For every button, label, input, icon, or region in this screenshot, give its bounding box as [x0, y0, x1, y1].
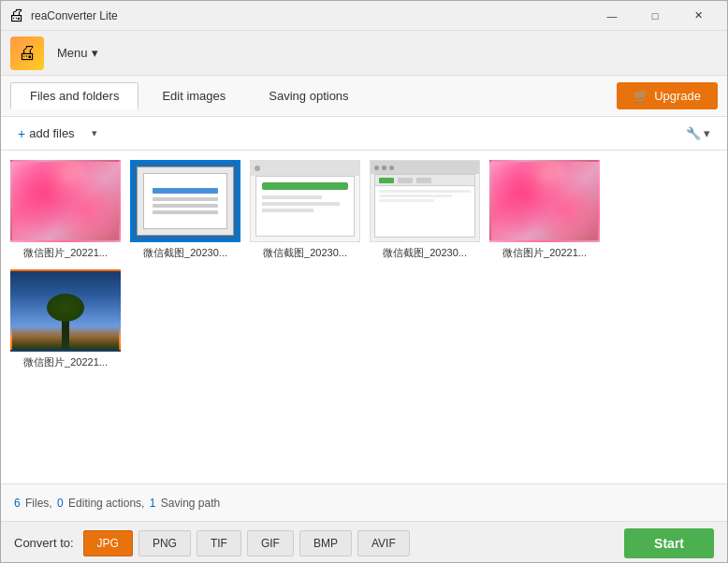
- upgrade-icon: 🛒: [633, 89, 648, 103]
- settings-dropdown-icon: ▾: [704, 126, 710, 140]
- tab-saving-options[interactable]: Saving options: [249, 82, 368, 109]
- thumbnail-2: [130, 160, 240, 242]
- saving-count: 1: [150, 497, 156, 510]
- saving-label: Saving path: [157, 497, 220, 510]
- list-item[interactable]: 微信图片_20221...: [10, 269, 121, 369]
- status-bar: 6 Files, 0 Editing actions, 1 Saving pat…: [1, 484, 727, 521]
- tab-files-and-folders[interactable]: Files and folders: [10, 82, 138, 109]
- format-tif-button[interactable]: TIF: [197, 530, 241, 556]
- menu-button[interactable]: Menu ▾: [50, 42, 106, 64]
- app-icon: 🖨: [8, 6, 25, 25]
- window-controls: — □ ✕: [590, 1, 720, 31]
- menu-dropdown-icon: ▾: [92, 46, 98, 60]
- start-button[interactable]: Start: [624, 528, 714, 558]
- menu-label: Menu: [57, 46, 88, 60]
- wrench-icon: 🔧: [686, 126, 701, 140]
- maximize-button[interactable]: □: [633, 1, 677, 31]
- add-files-text: add files: [29, 126, 74, 140]
- thumb-label-2: 微信截图_20230...: [143, 246, 227, 260]
- add-icon: +: [18, 126, 25, 141]
- images-area: 微信图片_20221... 微信截图_20230...: [1, 151, 727, 484]
- editing-label: Editing actions,: [66, 497, 148, 510]
- files-count: 6: [14, 497, 21, 510]
- thumb-label-6: 微信图片_20221...: [23, 355, 108, 369]
- format-avif-button[interactable]: AVIF: [357, 530, 410, 556]
- format-jpg-button[interactable]: JPG: [83, 530, 133, 556]
- thumbnail-1: [10, 160, 121, 242]
- close-button[interactable]: ✕: [677, 1, 720, 31]
- format-bmp-button[interactable]: BMP: [299, 530, 352, 556]
- app-title: reaConverter Lite: [31, 9, 590, 22]
- list-item[interactable]: 微信图片_20221...: [489, 160, 600, 260]
- list-item[interactable]: 微信截图_20230...: [250, 160, 360, 260]
- tabs-bar: Files and folders Edit images Saving opt…: [1, 76, 727, 117]
- list-item[interactable]: 微信截图_20230...: [370, 160, 480, 260]
- minimize-button[interactable]: —: [590, 1, 633, 31]
- tab-edit-images[interactable]: Edit images: [142, 82, 245, 109]
- format-gif-button[interactable]: GIF: [247, 530, 294, 556]
- thumb-label-4: 微信截图_20230...: [383, 246, 467, 260]
- format-png-button[interactable]: PNG: [138, 530, 191, 556]
- thumb-label-1: 微信图片_20221...: [23, 246, 108, 260]
- menu-bar: 🖨 Menu ▾: [1, 31, 727, 76]
- thumbnail-4: [370, 160, 480, 242]
- add-files-dropdown[interactable]: ▾: [86, 123, 103, 143]
- upgrade-label: Upgrade: [654, 89, 701, 103]
- toolbar: + Convert to: add files ▾ 🔧 ▾: [1, 117, 727, 151]
- list-item[interactable]: 微信截图_20230...: [130, 160, 240, 260]
- bottom-bar: Convert to: JPG PNG TIF GIF BMP AVIF Sta…: [1, 521, 727, 563]
- thumbnail-5: [489, 160, 600, 242]
- convert-to-label: Convert to:: [14, 536, 74, 550]
- thumb-label-5: 微信图片_20221...: [502, 246, 587, 260]
- app-logo: 🖨: [10, 36, 44, 70]
- upgrade-button[interactable]: 🛒 Upgrade: [617, 82, 718, 109]
- title-bar: 🖨 reaConverter Lite — □ ✕: [1, 1, 727, 31]
- thumbnail-6: [10, 269, 121, 352]
- thumbnail-3: [250, 160, 360, 242]
- settings-button[interactable]: 🔧 ▾: [678, 123, 718, 144]
- editing-count: 0: [57, 497, 64, 510]
- add-files-button[interactable]: + Convert to: add files: [10, 123, 82, 145]
- list-item[interactable]: 微信图片_20221...: [10, 160, 121, 260]
- files-label: Files,: [22, 497, 55, 510]
- thumb-label-3: 微信截图_20230...: [263, 246, 347, 260]
